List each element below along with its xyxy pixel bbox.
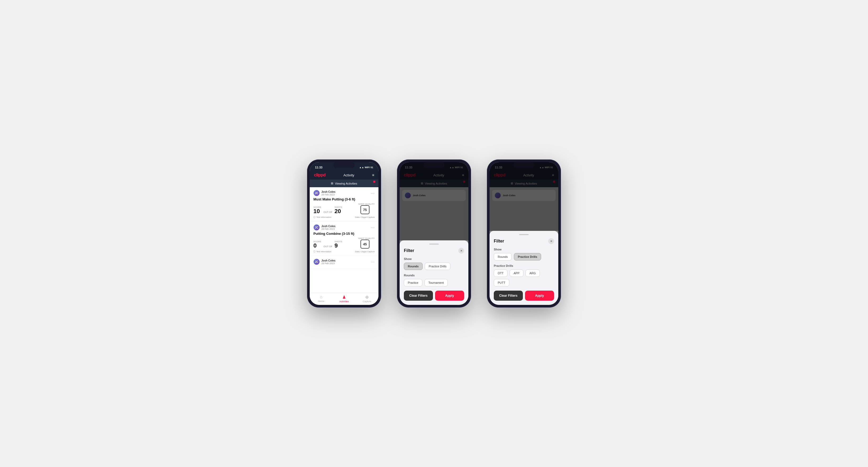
filter-overlay-3: Filter ✕ Show Rounds Practice Drills Pra… <box>490 162 558 305</box>
avatar-3: JC <box>313 259 320 265</box>
dots-menu-3[interactable]: ··· <box>371 260 375 264</box>
nav-home-label-1: Home <box>318 300 324 303</box>
sheet-handle-2 <box>429 244 439 245</box>
phone-3: 11:33 ▲▲ WiFi 51 clippd Activity ≡ ⊞ Vie… <box>487 159 561 308</box>
filter-title-2: Filter <box>404 248 414 253</box>
nav-activities-label-1: Activities <box>339 300 349 303</box>
rounds-label-2: Rounds <box>404 274 464 277</box>
phone-1: 11:33 ▲▲ WiFi 51 clippd Activity ≡ ⊞ Vie… <box>307 159 381 308</box>
practice-round-btn-2[interactable]: Practice <box>404 279 422 286</box>
ott-btn-3[interactable]: OTT <box>494 270 507 277</box>
test-info-1: ⓘ Test Information <box>313 216 331 219</box>
show-practice-btn-2[interactable]: Practice Drills <box>425 262 451 270</box>
activity-card-3: JC Josh Coles 28 Feb 2023 ··· <box>310 256 378 269</box>
filter-title-3: Filter <box>494 239 504 244</box>
activity-card-1: JC Josh Coles 28 Feb 2023 ··· Must Make … <box>310 187 378 222</box>
nav-activities-1[interactable]: ♟ Activities <box>333 294 356 303</box>
show-rounds-btn-3[interactable]: Rounds <box>494 253 512 260</box>
user-name-3: Josh Coles <box>321 259 335 262</box>
nav-capture-label-1: Capture <box>363 300 371 303</box>
avatar-1: JC <box>313 190 320 196</box>
activities-icon-1: ♟ <box>342 294 346 300</box>
screen-2: 11:33 ▲▲ WiFi 51 clippd Activity ≡ ⊞ Vie… <box>400 162 468 305</box>
clear-filters-btn-3[interactable]: Clear Filters <box>494 291 523 301</box>
filter-header-3: Filter ✕ <box>494 238 554 244</box>
putt-btn-3[interactable]: PUTT <box>494 279 509 286</box>
clear-filters-btn-2[interactable]: Clear Filters <box>404 291 433 301</box>
close-button-3[interactable]: ✕ <box>548 238 554 244</box>
tournament-btn-2[interactable]: Tournament <box>425 279 448 286</box>
activity-card-2: JC Josh Coles 28 Feb 2023 ··· Putting Co… <box>310 222 378 256</box>
stats-row-2: Score 0 OUT OF Shots 9 Shot Quality 45 <box>313 237 375 249</box>
out-of-2: OUT OF <box>323 245 333 248</box>
phone-2: 11:33 ▲▲ WiFi 51 clippd Activity ≡ ⊞ Vie… <box>397 159 471 308</box>
practice-buttons-3: OTT APP ARG PUTT <box>494 270 554 286</box>
sheet-handle-3 <box>519 234 529 235</box>
score-value-2: 0 <box>313 243 321 249</box>
rounds-buttons-2: Practice Tournament <box>404 279 464 286</box>
show-buttons-2: Rounds Practice Drills <box>404 262 464 270</box>
logo-1: clippd <box>314 173 326 178</box>
backdrop-3 <box>490 162 558 231</box>
stats-row-1: Score 10 OUT OF Shots 20 Shot Quality 75 <box>313 203 375 214</box>
app-header-1: clippd Activity ≡ <box>310 170 378 180</box>
red-dot-1 <box>373 181 375 183</box>
nav-home-1[interactable]: ⌂ Home <box>310 294 333 303</box>
dots-menu-1[interactable]: ··· <box>371 191 375 195</box>
avatar-2: JC <box>313 224 320 230</box>
filter-header-2: Filter ✕ <box>404 248 464 254</box>
screen-3: 11:33 ▲▲ WiFi 51 clippd Activity ≡ ⊞ Vie… <box>490 162 558 305</box>
filter-sheet-3: Filter ✕ Show Rounds Practice Drills Pra… <box>490 231 558 305</box>
nav-capture-1[interactable]: ⊕ Capture <box>355 294 378 303</box>
app-btn-3[interactable]: APP <box>509 270 523 277</box>
user-info-1: JC Josh Coles 28 Feb 2023 <box>313 190 335 196</box>
user-info-2: JC Josh Coles 28 Feb 2023 <box>313 224 335 230</box>
apply-btn-2[interactable]: Apply <box>435 291 464 301</box>
card-footer-2: ⓘ Test Information Data: Clippd Capture <box>313 250 375 253</box>
card-header-3: JC Josh Coles 28 Feb 2023 ··· <box>313 259 375 265</box>
show-practice-btn-3[interactable]: Practice Drills <box>514 253 541 260</box>
activity-title-2: Putting Combine (3-15 ft) <box>313 232 375 236</box>
user-date-3: 28 Feb 2023 <box>321 262 335 265</box>
filter-sheet-2: Filter ✕ Show Rounds Practice Drills Rou… <box>400 240 468 305</box>
test-info-2: ⓘ Test Information <box>313 250 331 253</box>
close-button-2[interactable]: ✕ <box>458 248 464 254</box>
show-label-2: Show <box>404 257 464 260</box>
user-name-2: Josh Coles <box>321 225 335 228</box>
bottom-nav-1: ⌂ Home ♟ Activities ⊕ Capture <box>310 293 378 305</box>
user-info-3: JC Josh Coles 28 Feb 2023 <box>313 259 335 265</box>
card-header-2: JC Josh Coles 28 Feb 2023 ··· <box>313 224 375 230</box>
shots-value-1: 20 <box>335 208 342 214</box>
apply-btn-3[interactable]: Apply <box>525 291 554 301</box>
backdrop-2 <box>400 162 468 240</box>
activity-content-1: JC Josh Coles 28 Feb 2023 ··· Must Make … <box>310 187 378 293</box>
user-name-1: Josh Coles <box>321 190 335 193</box>
viewing-bar-text-1: Viewing Activities <box>335 182 357 185</box>
practice-label-3: Practice Drills <box>494 264 554 267</box>
filter-actions-3: Clear Filters Apply <box>494 291 554 301</box>
screen-1: 11:33 ▲▲ WiFi 51 clippd Activity ≡ ⊞ Vie… <box>310 162 378 305</box>
card-header-1: JC Josh Coles 28 Feb 2023 ··· <box>313 190 375 196</box>
sq-badge-2: 45 <box>361 240 369 249</box>
sq-label-1: Shot Quality <box>359 203 375 205</box>
home-icon-1: ⌂ <box>320 294 323 299</box>
data-source-1: Data: Clippd Capture <box>355 216 375 218</box>
dots-menu-2[interactable]: ··· <box>371 225 375 229</box>
scene: 11:33 ▲▲ WiFi 51 clippd Activity ≡ ⊞ Vie… <box>291 144 577 323</box>
data-source-2: Data: Clippd Capture <box>355 250 375 253</box>
card-footer-1: ⓘ Test Information Data: Clippd Capture <box>313 216 375 219</box>
arg-btn-3[interactable]: ARG <box>526 270 540 277</box>
sq-badge-1: 75 <box>361 205 369 214</box>
filter-overlay-2: Filter ✕ Show Rounds Practice Drills Rou… <box>400 162 468 305</box>
show-label-3: Show <box>494 248 554 251</box>
notch-1 <box>334 162 355 168</box>
user-date-2: 28 Feb 2023 <box>321 228 335 230</box>
viewing-bar-1[interactable]: ⊞ Viewing Activities <box>310 180 378 187</box>
time-1: 11:33 <box>315 166 322 169</box>
show-rounds-btn-2[interactable]: Rounds <box>404 262 423 270</box>
menu-icon-1[interactable]: ≡ <box>372 173 374 177</box>
activity-title-1: Must Make Putting (3-6 ft) <box>313 197 375 201</box>
filter-actions-2: Clear Filters Apply <box>404 291 464 301</box>
score-value-1: 10 <box>313 208 321 214</box>
show-buttons-3: Rounds Practice Drills <box>494 253 554 260</box>
